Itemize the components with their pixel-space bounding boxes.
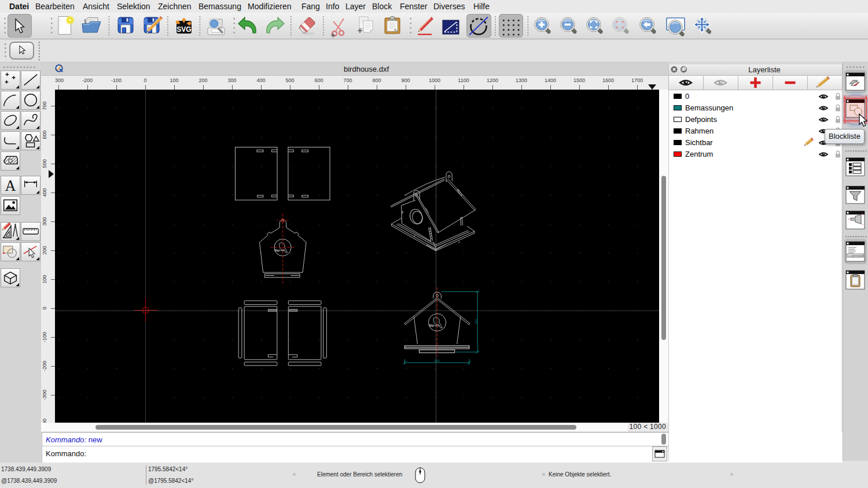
- svg-text:c command: c command: [848, 254, 863, 257]
- svg-text:200: 200: [435, 359, 440, 363]
- svg-text:SVG: SVG: [176, 25, 191, 34]
- svg-text:A: A: [5, 178, 16, 194]
- svg-text:300: 300: [475, 319, 478, 324]
